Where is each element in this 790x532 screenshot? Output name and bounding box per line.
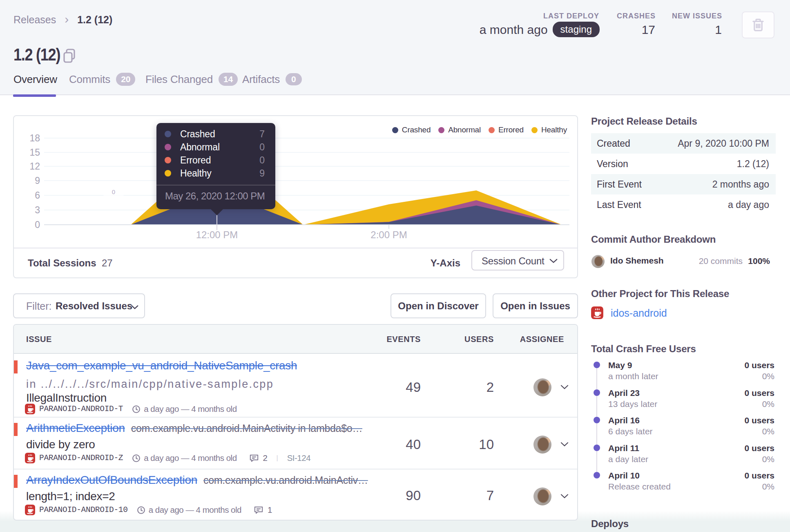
svg-text:3: 3 xyxy=(35,205,40,215)
svg-text:12:00 PM: 12:00 PM xyxy=(196,229,238,240)
svg-text:0: 0 xyxy=(35,219,40,230)
svg-text:2:00 PM: 2:00 PM xyxy=(370,229,407,240)
svg-text:12: 12 xyxy=(29,161,40,172)
svg-text:9: 9 xyxy=(35,175,40,186)
svg-text:6: 6 xyxy=(35,190,40,201)
svg-text:18: 18 xyxy=(29,133,40,143)
svg-text:0: 0 xyxy=(112,188,115,195)
svg-text:15: 15 xyxy=(29,147,40,158)
